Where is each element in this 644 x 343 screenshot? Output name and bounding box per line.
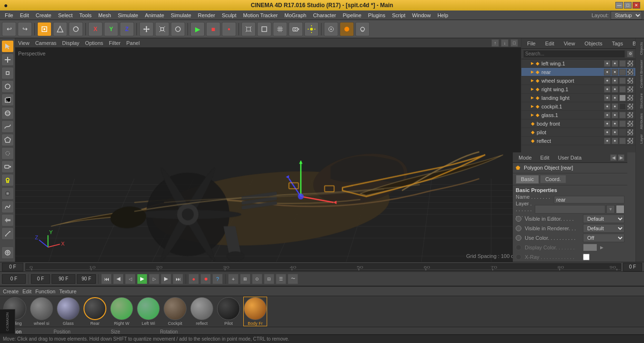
material-item[interactable]: Glass	[56, 297, 80, 326]
menu-tools[interactable]: Tools	[76, 12, 94, 19]
mat-menu-create[interactable]: Create	[3, 289, 19, 294]
menu-script[interactable]: Script	[389, 12, 408, 19]
attr-nav-back[interactable]: ◀	[610, 154, 617, 161]
material-item[interactable]: Rear	[83, 297, 107, 326]
attr-tab-edit[interactable]: Edit	[538, 154, 552, 161]
objects-tab-tags[interactable]: Tags	[609, 40, 626, 47]
grid-button[interactable]	[273, 22, 287, 36]
menu-edit[interactable]: Edit	[17, 12, 32, 19]
perspective-view-button[interactable]	[241, 22, 256, 36]
tl-prev-keyframe-btn[interactable]: ◀	[113, 274, 124, 284]
mat-menu-edit[interactable]: Edit	[22, 289, 31, 294]
obj-render-btn[interactable]: ●	[612, 95, 618, 101]
maximize-button[interactable]: □	[624, 2, 632, 9]
attr-tab-mode[interactable]: Mode	[516, 154, 535, 161]
obj-visibility-btn[interactable]: ●	[604, 138, 611, 144]
sidebar-polygon-btn[interactable]	[1, 134, 14, 146]
obj-render-btn[interactable]: ●	[612, 77, 618, 84]
viewport-menu-cameras[interactable]: Cameras	[35, 40, 57, 46]
tl-scale-key-btn[interactable]: ⊞	[240, 274, 250, 284]
attr-layer-color[interactable]	[616, 205, 624, 214]
mat-menu-texture[interactable]: Texture	[59, 289, 76, 294]
tl-last-frame-btn[interactable]: ⏭	[173, 274, 183, 284]
attr-name-input[interactable]	[554, 196, 624, 204]
list-item[interactable]: ▶ ◆ landing light ● ●	[521, 94, 635, 102]
play-button[interactable]: ▶	[190, 22, 205, 36]
attr-layer-input[interactable]	[535, 205, 605, 214]
obj-visibility-btn[interactable]: ●	[604, 95, 611, 101]
right-tab-content-browser[interactable]: Content Browser	[636, 58, 644, 90]
sidebar-material-btn[interactable]	[1, 187, 14, 200]
obj-render-btn[interactable]: ●	[612, 120, 618, 127]
attr-use-color-select[interactable]: Off On Always	[583, 234, 624, 242]
tl-first-frame-btn[interactable]: ⏮	[101, 274, 112, 284]
tl-next-frame-btn[interactable]: ▷	[149, 274, 159, 284]
snap-button[interactable]	[324, 22, 338, 36]
obj-visibility-btn[interactable]: ●	[604, 120, 611, 127]
model-mode-button[interactable]	[37, 22, 52, 36]
sidebar-camera-btn[interactable]	[1, 161, 14, 173]
viewport-expand-btn[interactable]: ↓	[501, 39, 509, 47]
tl-autokey-btn[interactable]: ⏺	[200, 274, 211, 284]
tl-to-frame[interactable]	[52, 274, 75, 284]
menu-render[interactable]: Render	[195, 12, 218, 19]
list-item[interactable]: ◆ reflect ● ●	[521, 137, 635, 145]
menu-plugins[interactable]: Plugins	[365, 12, 388, 19]
obj-render-btn[interactable]: ●	[612, 60, 618, 67]
sidebar-select-btn[interactable]	[1, 40, 14, 53]
tl-curves-btn[interactable]: 〜	[288, 274, 298, 284]
attr-visible-editor-select[interactable]: Default On Off	[583, 214, 624, 223]
list-item[interactable]: ▶ ◆ left wing.1 ● ●	[521, 59, 635, 68]
attr-tab-basic[interactable]: Basic	[516, 175, 539, 183]
layout-select[interactable]: Startup	[611, 11, 642, 20]
viewport-menu-options[interactable]: Options	[85, 40, 103, 46]
objects-tab-objects[interactable]: Objects	[582, 40, 605, 47]
close-button[interactable]: ✕	[633, 2, 640, 9]
list-item[interactable]: ◆ pilot ● ●	[521, 128, 635, 137]
right-tab-objects[interactable]: Objects	[636, 40, 644, 57]
move-tool-button[interactable]	[139, 22, 154, 36]
light-button[interactable]	[304, 22, 319, 36]
attr-display-color-swatch[interactable]	[583, 244, 597, 251]
obj-render-btn[interactable]: ●	[612, 69, 618, 75]
menu-create[interactable]: Create	[33, 12, 54, 19]
menu-mesh[interactable]: Mesh	[95, 12, 114, 19]
right-tab-structure[interactable]: Structure	[636, 91, 644, 110]
tl-timeline-btn[interactable]: ☰	[276, 274, 286, 284]
attr-xray-checkbox[interactable]	[583, 254, 590, 260]
scale-tool-button[interactable]	[155, 22, 169, 36]
attr-tab-coord[interactable]: Coord.	[540, 175, 566, 183]
rotate-mode-button[interactable]	[69, 22, 83, 36]
list-item[interactable]: ▶ ◆ right wing.1 ● ●	[521, 85, 635, 94]
stop-button[interactable]: ■	[206, 22, 220, 36]
menu-character[interactable]: Character	[310, 12, 339, 19]
sidebar-spline-btn[interactable]	[1, 120, 14, 133]
material-item[interactable]: Pilot	[217, 297, 240, 326]
sidebar-scale-btn[interactable]	[1, 67, 14, 79]
material-item[interactable]: Left Wi	[136, 297, 160, 326]
viewport-menu-display[interactable]: Display	[62, 40, 79, 46]
undo-button[interactable]: ↩	[2, 22, 16, 36]
sidebar-null-btn[interactable]	[1, 147, 14, 160]
tl-from-frame[interactable]	[31, 274, 50, 284]
material-item[interactable]: Right W	[110, 297, 134, 326]
sidebar-move-btn[interactable]	[1, 54, 14, 66]
objects-tab-view[interactable]: View	[561, 40, 578, 47]
objects-settings-btn[interactable]: ⚙	[627, 51, 634, 57]
viewport-menu-view[interactable]: View	[18, 40, 30, 46]
menu-simulate2[interactable]: Simulate	[168, 12, 194, 19]
obj-visibility-btn[interactable]: ●	[604, 60, 611, 67]
axis-x-button[interactable]: X	[88, 22, 103, 36]
obj-visibility-btn[interactable]: ●	[604, 77, 611, 84]
obj-visibility-btn[interactable]: ●	[604, 129, 611, 136]
viewport-maximize-btn[interactable]: □	[510, 39, 518, 47]
sidebar-light-btn[interactable]	[1, 174, 14, 186]
sidebar-filter-btn[interactable]	[1, 247, 14, 259]
obj-visibility-btn[interactable]: ●	[604, 112, 611, 118]
obj-render-btn[interactable]: ●	[612, 138, 618, 144]
rotate-tool-button[interactable]	[171, 22, 185, 36]
viewport-menu-filter[interactable]: Filter	[109, 40, 120, 46]
camera-button[interactable]	[289, 22, 303, 36]
menu-file[interactable]: File	[2, 12, 16, 19]
record-button[interactable]: ●	[222, 22, 236, 36]
